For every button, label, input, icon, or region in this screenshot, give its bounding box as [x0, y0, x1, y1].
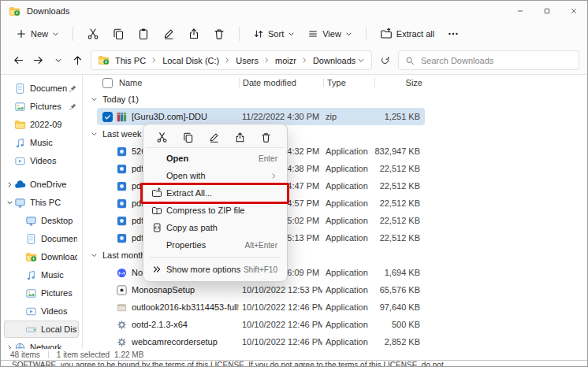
- sidebar-item-documents[interactable]: Documents: [4, 230, 79, 247]
- sidebar-item-this-pc[interactable]: This PC: [4, 194, 79, 211]
- menu-item-extract-all[interactable]: Extract All...: [147, 184, 284, 202]
- downloads-folder-icon: [98, 54, 110, 66]
- maximize-button[interactable]: [534, 1, 560, 21]
- file-size: 22,512 KB: [373, 181, 425, 191]
- file-row-ootd-2-1-3-x64[interactable]: ootd-2.1.3-x6410/10/2022 12:46 PMApplica…: [97, 316, 425, 333]
- address-dropdown-chevron-icon[interactable]: [357, 57, 365, 65]
- copy-button[interactable]: [106, 24, 130, 44]
- breadcrumb-item-local-disk-c[interactable]: Local Disk (C:): [160, 55, 221, 66]
- cut-button[interactable]: [153, 129, 170, 146]
- group-header-today-1[interactable]: Today (1): [83, 91, 587, 108]
- maximize-icon: [543, 7, 551, 15]
- sidebar-item-videos[interactable]: Videos: [4, 152, 79, 169]
- file-type: Application: [322, 302, 373, 312]
- sidebar-item-desktop[interactable]: Desktop: [4, 212, 79, 229]
- network-icon: [14, 342, 26, 350]
- rename-button[interactable]: [157, 24, 180, 44]
- tree-chevron[interactable]: [6, 181, 14, 188]
- drive-icon: [25, 324, 37, 335]
- rename-button[interactable]: [205, 129, 222, 146]
- cut-button[interactable]: [81, 24, 105, 44]
- sort-button[interactable]: Sort: [247, 24, 300, 44]
- chevron-right-icon: [6, 344, 13, 350]
- column-header-date-modified[interactable]: Date modified: [240, 75, 323, 91]
- menu-item-copy-as-path[interactable]: Copy as path: [147, 219, 284, 236]
- sidebar-item-network[interactable]: Network: [4, 339, 79, 349]
- menu-item-open-with[interactable]: Open with: [147, 167, 284, 184]
- file-row-monosnapsetup[interactable]: MonosnapSetup10/10/2022 12:53 PMApplicat…: [97, 281, 425, 298]
- video-icon: [14, 155, 26, 167]
- breadcrumb-item-moizr[interactable]: moizr: [273, 55, 299, 66]
- menu-item-open[interactable]: OpenEnter: [147, 150, 284, 167]
- sidebar-item-label: Music: [41, 270, 77, 280]
- sidebar-item-label: OneDrive: [30, 180, 77, 189]
- column-header-name[interactable]: Name: [116, 75, 239, 91]
- refresh-button[interactable]: [375, 50, 395, 70]
- row-checkbox-checked[interactable]: [102, 112, 113, 122]
- file-row-outlook2016-kb3114453-fullfile-x64-glb[interactable]: outlook2016-kb3114453-fullfile-x64-glb10…: [97, 298, 425, 316]
- trash-icon: [213, 28, 225, 40]
- search-input[interactable]: [419, 55, 572, 66]
- paste-icon: [137, 28, 150, 40]
- column-header-size[interactable]: Size: [375, 75, 427, 91]
- paste-button[interactable]: [132, 24, 155, 44]
- menu-item-compress-to-zip-file[interactable]: Compress to ZIP file: [147, 202, 284, 219]
- file-date-modified: 10/10/2022 12:53 PM: [239, 285, 322, 295]
- sidebar-item-pictures[interactable]: Pictures: [4, 284, 79, 302]
- file-size: 22,512 KB: [373, 198, 425, 208]
- menu-item-label: Open: [166, 154, 259, 163]
- breadcrumb-item-downloads[interactable]: Downloads: [311, 55, 357, 66]
- breadcrumb-item-this-pc[interactable]: This PC: [113, 55, 148, 66]
- select-all-checkbox[interactable]: [102, 78, 113, 88]
- recent-locations-button[interactable]: [48, 50, 68, 70]
- forward-button[interactable]: [28, 50, 48, 70]
- file-row-guru3d-com-ddu[interactable]: [Guru3D.com]-DDU11/22/2022 4:30 PMzip1,2…: [97, 108, 425, 125]
- window-controls: [507, 1, 587, 21]
- tree-chevron[interactable]: [6, 199, 14, 206]
- status-bar: 48 items 1 item selected 1.22 MB: [1, 349, 587, 360]
- copy-button[interactable]: [179, 129, 196, 146]
- file-size: 1,694 KB: [373, 268, 425, 277]
- toolbar-separator: [366, 27, 367, 41]
- sidebar-item-onedrive[interactable]: OneDrive: [4, 176, 79, 193]
- delete-button[interactable]: [207, 24, 231, 44]
- close-button[interactable]: [560, 1, 587, 21]
- menu-item-show-more-options[interactable]: Show more optionsShift+F10: [147, 261, 284, 278]
- menu-item-label: Copy as path: [166, 223, 277, 232]
- file-size: 500 KB: [373, 320, 425, 329]
- sidebar-item-documents[interactable]: Documents: [4, 80, 79, 97]
- sidebar-item-music[interactable]: Music: [4, 266, 79, 284]
- sidebar-item-2022-09[interactable]: 2022-09: [4, 116, 79, 133]
- back-button[interactable]: [9, 50, 28, 70]
- file-type: Application: [322, 198, 373, 208]
- minimize-button[interactable]: [507, 1, 534, 21]
- tree-chevron[interactable]: [6, 344, 14, 350]
- address-field[interactable]: This PCLocal Disk (C:)UsersmoizrDownload…: [91, 50, 372, 70]
- sidebar-item-downloads[interactable]: Downloads: [4, 248, 79, 265]
- new-button[interactable]: New: [10, 24, 65, 44]
- sidebar-item-label: Documents: [30, 83, 67, 93]
- file-row-webcamrecordersetup[interactable]: webcamrecordersetup10/10/2022 12:46 PMAp…: [97, 333, 425, 349]
- menu-item-properties[interactable]: PropertiesAlt+Enter: [147, 236, 284, 254]
- breadcrumb-item-users[interactable]: Users: [233, 55, 261, 66]
- sidebar-item-videos[interactable]: Videos: [4, 302, 79, 320]
- refresh-icon: [380, 55, 390, 65]
- more-options-button[interactable]: [441, 24, 465, 44]
- sidebar-item-music[interactable]: Music: [4, 134, 79, 151]
- column-header-label: Size: [406, 78, 422, 87]
- file-icon-cell: [116, 284, 132, 296]
- trash-button[interactable]: [257, 129, 274, 146]
- breadcrumb-chevron-icon: [263, 57, 270, 64]
- row-checkbox-cell: [100, 112, 116, 122]
- menu-item-label: Properties: [166, 240, 245, 250]
- extract-all-button[interactable]: Extract all: [374, 24, 440, 44]
- view-button-label: View: [322, 29, 341, 39]
- share-button[interactable]: [231, 129, 248, 146]
- up-button[interactable]: [68, 50, 87, 70]
- pic-icon: [14, 101, 26, 113]
- share-button[interactable]: [182, 24, 206, 44]
- sidebar-item-local-disk-c[interactable]: Local Disk (C:): [4, 321, 79, 338]
- column-header-type[interactable]: Type: [324, 75, 374, 91]
- view-button[interactable]: View: [302, 24, 358, 44]
- sidebar-item-pictures[interactable]: Pictures: [4, 98, 79, 115]
